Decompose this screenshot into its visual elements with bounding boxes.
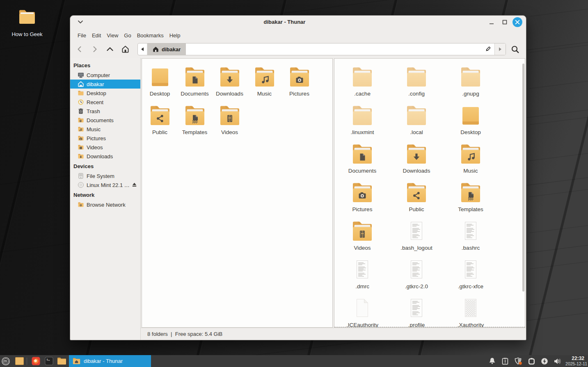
- show-desktop-button[interactable]: [14, 355, 25, 367]
- updates-tray-icon[interactable]: [500, 355, 510, 367]
- file-item-documents[interactable]: Documents: [177, 66, 212, 105]
- minimize-button[interactable]: [486, 17, 497, 27]
- sidebar-item-music[interactable]: Music: [70, 125, 140, 134]
- right-pane-grid: .cache .config .gnupg .linuxmint .local: [334, 59, 525, 328]
- file-item-cache[interactable]: .cache: [335, 66, 389, 105]
- sidebar-item-browse-network[interactable]: Browse Network: [70, 200, 140, 209]
- file-manager-button[interactable]: [56, 355, 67, 367]
- file-item-downloads[interactable]: Downloads: [212, 66, 247, 105]
- file-item-bash-logout[interactable]: .bash_logout: [389, 221, 444, 259]
- file-item-local[interactable]: .local: [389, 105, 444, 144]
- menu-help[interactable]: Help: [167, 30, 183, 41]
- sidebar-item-desktop[interactable]: Desktop: [70, 89, 140, 98]
- sidebar-item-pictures[interactable]: Pictures: [70, 134, 140, 143]
- search-button[interactable]: [508, 43, 522, 55]
- file-item-desktop[interactable]: Desktop: [142, 66, 177, 105]
- mint-menu-button[interactable]: [0, 355, 11, 367]
- home-button[interactable]: [119, 43, 131, 55]
- notifications-tray-icon[interactable]: [487, 355, 497, 367]
- window-menu-chevron-icon[interactable]: [76, 18, 85, 27]
- eject-button[interactable]: [131, 182, 138, 188]
- path-crumb-home[interactable]: dibakar: [147, 43, 186, 55]
- sidebar-item-file-system[interactable]: File System: [70, 171, 140, 180]
- file-item-music[interactable]: Music: [444, 144, 498, 182]
- firefox-button[interactable]: [30, 355, 41, 367]
- sidebar-item-dibakar[interactable]: dibakar: [70, 80, 140, 89]
- menu-file[interactable]: File: [75, 30, 89, 41]
- file-item-dmrc[interactable]: .dmrc: [335, 259, 389, 298]
- file-item-desktop[interactable]: Desktop: [444, 105, 498, 144]
- close-button[interactable]: [512, 17, 523, 27]
- forward-button[interactable]: [89, 43, 101, 55]
- menu-edit[interactable]: Edit: [89, 30, 104, 41]
- volume-tray-icon[interactable]: [553, 355, 563, 367]
- file-item-linuxmint[interactable]: .linuxmint: [335, 105, 389, 144]
- file-pane-right[interactable]: .cache .config .gnupg .linuxmint .local: [334, 58, 525, 328]
- file-item-pictures[interactable]: Pictures: [335, 182, 389, 221]
- path-bar[interactable]: dibakar: [137, 43, 506, 55]
- sidebar-header-places: Places: [70, 60, 140, 71]
- battery-tray-icon[interactable]: [526, 355, 536, 367]
- menu-go[interactable]: Go: [121, 30, 134, 41]
- file-item-gnupg[interactable]: .gnupg: [444, 66, 498, 105]
- file-item-iceauthority[interactable]: .ICEauthority: [335, 298, 389, 328]
- sidebar-item-trash[interactable]: Trash: [70, 107, 140, 116]
- terminal-button[interactable]: $: [43, 355, 54, 367]
- titlebar[interactable]: dibakar - Thunar: [70, 16, 526, 28]
- file-item-bashrc[interactable]: .bashrc: [444, 221, 498, 259]
- clock[interactable]: 22:32 2025-12-11: [564, 356, 587, 366]
- sidebar-item-linux-mint-22-1[interactable]: Linux Mint 22.1 …: [70, 180, 140, 189]
- file-item-templates[interactable]: Templates: [444, 182, 498, 221]
- file-item-label: .linuxmint: [350, 129, 374, 135]
- file-item-xauthority[interactable]: .Xauthority: [444, 298, 498, 328]
- clock-date: 2025-12-11: [564, 362, 587, 366]
- path-scroll-right-button[interactable]: [494, 43, 506, 55]
- folder-plain-icon: [78, 90, 84, 96]
- home-icon: [153, 46, 159, 52]
- menu-view[interactable]: View: [104, 30, 121, 41]
- desktop-icon-how-to-geek[interactable]: How to Geek: [7, 9, 47, 37]
- file-item-videos[interactable]: Videos: [335, 221, 389, 259]
- up-button[interactable]: [104, 43, 116, 55]
- sidebar-item-recent[interactable]: Recent: [70, 98, 140, 107]
- file-pane-left[interactable]: Desktop Documents Downloads Music Pictur…: [142, 58, 333, 328]
- file-item-videos[interactable]: Videos: [212, 105, 247, 144]
- file-item-profile[interactable]: .profile: [389, 298, 444, 328]
- sidebar-item-computer[interactable]: Computer: [70, 71, 140, 80]
- file-item-public[interactable]: Public: [142, 105, 177, 144]
- sidebar-item-label: Videos: [87, 144, 103, 150]
- sidebar-item-label: Desktop: [87, 90, 106, 96]
- file-item-label: Public: [152, 129, 167, 135]
- sidebar-item-documents[interactable]: Documents: [70, 116, 140, 125]
- back-button[interactable]: [73, 43, 86, 55]
- taskbar-window-button[interactable]: dibakar - Thunar: [69, 355, 151, 367]
- menu-bookmarks[interactable]: Bookmarks: [134, 30, 167, 41]
- sidebar-item-videos[interactable]: Videos: [70, 143, 140, 152]
- sidebar-item-downloads[interactable]: Downloads: [70, 152, 140, 161]
- file-item-documents[interactable]: Documents: [335, 144, 389, 182]
- right-pane-scrollbar[interactable]: [522, 64, 524, 292]
- file-item-public[interactable]: Public: [389, 182, 444, 221]
- edit-path-icon[interactable]: [480, 43, 494, 55]
- file-item-label: Downloads: [216, 91, 243, 97]
- trash-icon: [78, 108, 84, 114]
- file-item-label: Music: [257, 91, 272, 97]
- file-item-config[interactable]: .config: [389, 66, 444, 105]
- file-item-gtkrc-xfce[interactable]: .gtkrc-xfce: [444, 259, 498, 298]
- file-item-pictures[interactable]: Pictures: [282, 66, 317, 105]
- file-item-gtkrc-2-0[interactable]: .gtkrc-2.0: [389, 259, 444, 298]
- path-entry-area[interactable]: [186, 43, 480, 55]
- file-item-downloads[interactable]: Downloads: [389, 144, 444, 182]
- toolbar: dibakar: [70, 42, 526, 58]
- clock-time: 22:32: [564, 356, 587, 361]
- maximize-button[interactable]: [499, 17, 510, 27]
- power-manager-tray-icon[interactable]: [540, 355, 549, 367]
- path-scroll-left-button[interactable]: [138, 43, 147, 55]
- file-item-templates[interactable]: Templates: [177, 105, 212, 144]
- folder-pictures-icon: [289, 66, 310, 87]
- firewall-tray-icon[interactable]: [513, 355, 523, 367]
- file-item-music[interactable]: Music: [247, 66, 282, 105]
- folder-downloads-icon: [219, 66, 240, 87]
- sidebar-item-label: Music: [87, 126, 101, 132]
- disc-icon: [78, 182, 84, 188]
